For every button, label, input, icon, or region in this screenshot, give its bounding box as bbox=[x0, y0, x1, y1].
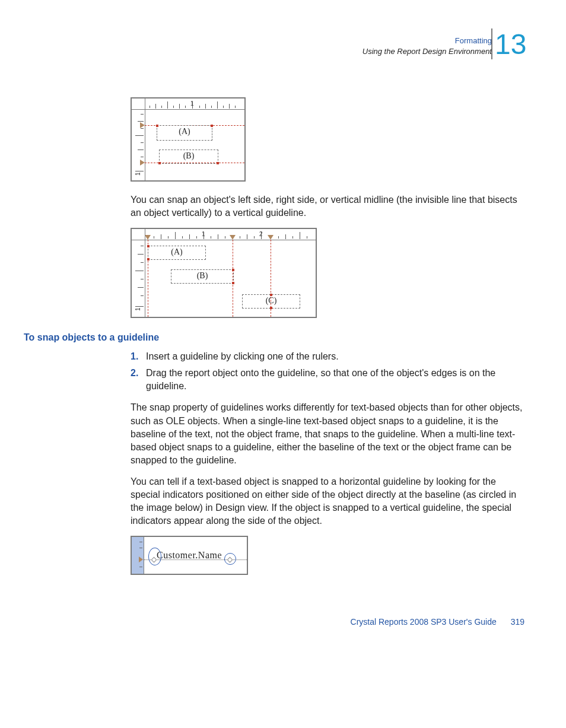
object-b: (B) bbox=[159, 150, 218, 164]
header-chapter-title: Formatting bbox=[363, 36, 492, 46]
object-c-label: (C) bbox=[266, 296, 277, 305]
object-b-label: (B) bbox=[197, 271, 208, 280]
step-text: Drag the report object onto the guidelin… bbox=[146, 368, 495, 391]
vertical-ruler-label: 1 bbox=[134, 172, 142, 176]
chapter-number-text: 13 bbox=[495, 28, 526, 60]
object-a: (A) bbox=[157, 125, 212, 141]
guideline-marker-icon bbox=[140, 160, 145, 166]
paragraph-snap-property: The snap property of guidelines works di… bbox=[131, 401, 524, 466]
footer-doc-title: Crystal Reports 2008 SP3 User's Guide bbox=[351, 617, 497, 627]
footer-page-number: 319 bbox=[511, 616, 524, 628]
vertical-ruler-label: 1 bbox=[134, 308, 142, 311]
indicator-circle-left bbox=[148, 548, 161, 565]
guideline-marker-icon bbox=[139, 557, 143, 562]
field-text: Customer.Name bbox=[157, 549, 222, 562]
step-text: Insert a guideline by clicking one of th… bbox=[146, 351, 339, 361]
indicator-circle-right bbox=[224, 553, 236, 565]
object-b-label: (B) bbox=[183, 151, 195, 160]
guideline-marker-icon bbox=[145, 235, 151, 240]
object-a-label: (A) bbox=[179, 127, 190, 136]
step-1: 1. Insert a guideline by clicking one of… bbox=[131, 350, 524, 363]
guideline-marker-icon bbox=[230, 235, 236, 240]
steps-list: 1. Insert a guideline by clicking one of… bbox=[131, 350, 524, 393]
guideline-marker-icon bbox=[140, 122, 145, 128]
section-heading: To snap objects to a guideline bbox=[24, 331, 524, 344]
step-2: 2. Drag the report object onto the guide… bbox=[131, 367, 524, 393]
figure-vertical-snap: 1 1 bbox=[131, 228, 524, 318]
object-b: (B) bbox=[171, 269, 234, 284]
figure-baseline-indicator: Customer.Name bbox=[131, 536, 524, 575]
paragraph-indicators: You can tell if a text-based object is s… bbox=[131, 475, 524, 527]
page-footer: Crystal Reports 2008 SP3 User's Guide 31… bbox=[77, 616, 524, 628]
paragraph-snap-vertical: You can snap an object's left side, righ… bbox=[131, 193, 524, 220]
guideline-marker-icon bbox=[268, 235, 274, 240]
step-number: 1. bbox=[131, 350, 138, 363]
horizontal-ruler-label: 1 bbox=[190, 100, 194, 108]
chapter-number: 13 bbox=[495, 25, 524, 64]
page-header: Formatting Using the Report Design Envir… bbox=[77, 36, 524, 80]
object-a-label: (A) bbox=[171, 247, 182, 256]
figure-horizontal-snap: 1 1 bbox=[131, 97, 524, 182]
object-c: (C) bbox=[242, 294, 300, 309]
header-section-title: Using the Report Design Environment bbox=[363, 46, 492, 57]
object-a: (A) bbox=[148, 246, 206, 260]
step-number: 2. bbox=[131, 367, 138, 380]
